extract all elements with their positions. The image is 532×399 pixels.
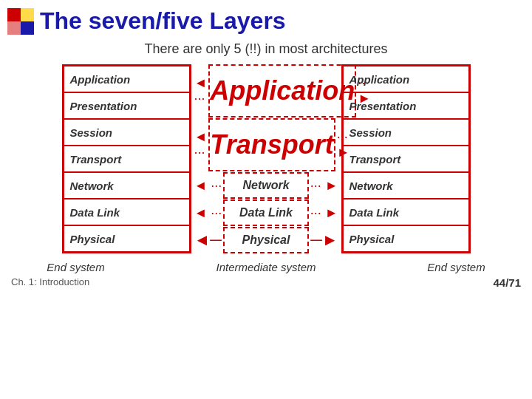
mid-physical-cell: Physical xyxy=(223,227,309,253)
logo-icon xyxy=(7,8,34,35)
end-system-left-text: End system xyxy=(47,261,104,273)
bottom-labels: End system Intermediate system End syste… xyxy=(0,253,532,273)
page-number: 44/71 xyxy=(493,276,521,289)
arrow-datalink-left: ◄ ··· xyxy=(194,205,222,221)
mid-network-row: ◄ ··· Network ··· ► xyxy=(194,172,338,199)
end-system-left-label: End system xyxy=(11,261,140,273)
mid-physical-row: ◄─ Physical ─► xyxy=(194,227,338,253)
arrow-physical-right: ─► xyxy=(310,231,338,250)
arrow-datalink-right: ··· ► xyxy=(310,205,338,221)
middle-column: ◄ ··· Application ··· ► ◄ ··· Transport … xyxy=(194,64,338,253)
intermediate-system-label: Intermediate system xyxy=(194,261,338,273)
svg-rect-0 xyxy=(7,8,21,21)
right-row-session: Session xyxy=(343,119,469,146)
left-row-session: Session xyxy=(64,119,190,146)
arrow-network-left: ◄ ··· xyxy=(194,178,222,194)
header: The seven/five Layers xyxy=(0,0,532,38)
big-application-cell: Application xyxy=(208,64,356,117)
right-row-application: Application xyxy=(343,66,469,92)
svg-rect-3 xyxy=(7,21,21,35)
diagram: Application Presentation Session Transpo… xyxy=(0,64,532,253)
mid-network-cell: Network xyxy=(223,172,308,199)
right-column: Application Presentation Session Transpo… xyxy=(341,64,471,253)
svg-rect-2 xyxy=(21,8,34,21)
end-system-right-label: End system xyxy=(392,261,521,273)
arrow-physical-left: ◄─ xyxy=(194,231,222,250)
page-title: The seven/five Layers xyxy=(40,7,286,35)
right-row-presentation: Presentation xyxy=(343,92,469,119)
left-row-application: Application xyxy=(64,66,190,92)
subtitle: There are only 5 (!!) in most architectu… xyxy=(0,41,532,57)
arrow-transport-left: ◄ ··· xyxy=(194,129,208,160)
end-system-right-text: End system xyxy=(427,261,485,273)
left-row-datalink: Data Link xyxy=(64,199,190,225)
svg-rect-1 xyxy=(21,21,34,35)
left-row-physical: Physical xyxy=(64,225,190,252)
arrow-network-right: ··· ► xyxy=(310,178,338,194)
intermediate-text: Intermediate system xyxy=(216,261,316,273)
left-column: Application Presentation Session Transpo… xyxy=(62,64,191,253)
right-row-datalink: Data Link xyxy=(343,199,469,225)
arrow-app-left: ◄ ··· xyxy=(194,75,208,106)
right-row-network: Network xyxy=(343,172,469,199)
right-row-transport: Transport xyxy=(343,146,469,172)
right-row-physical: Physical xyxy=(343,225,469,252)
left-row-network: Network xyxy=(64,172,190,199)
mid-datalink-cell: Data Link xyxy=(223,200,308,226)
chapter-label: Ch. 1: Introduction xyxy=(11,276,89,289)
big-transport-cell: Transport xyxy=(208,118,335,171)
footer: Ch. 1: Introduction 44/71 xyxy=(0,273,532,289)
left-row-presentation: Presentation xyxy=(64,92,190,119)
mid-datalink-row: ◄ ··· Data Link ··· ► xyxy=(194,200,338,226)
left-row-transport: Transport xyxy=(64,146,190,172)
